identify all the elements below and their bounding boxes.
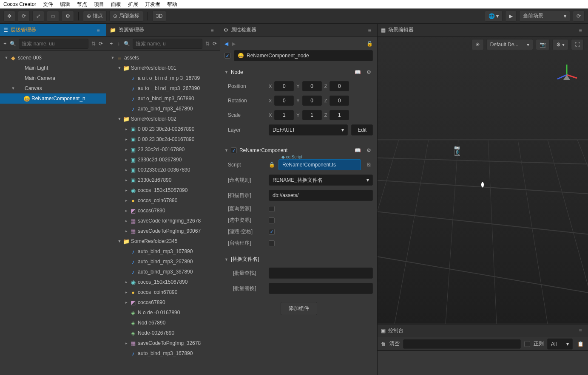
web-preview-button[interactable]: 🌐 ▾	[485, 11, 503, 22]
refresh-button[interactable]: ⟳	[99, 39, 103, 48]
tree-item[interactable]: ♪auto_bind_mp3_167890	[106, 348, 220, 358]
add-button[interactable]: +	[109, 39, 114, 48]
trim-checkbox[interactable]	[269, 229, 275, 235]
tree-item[interactable]: ▸◩cocos67890	[106, 206, 220, 216]
tree-item[interactable]: ♪auto_bind_mp3_267890	[106, 257, 220, 267]
refresh-button[interactable]: ⟳	[213, 39, 218, 48]
reload-button[interactable]: ⟳	[573, 11, 585, 22]
tree-arrow-icon[interactable]: ▸	[123, 341, 129, 345]
rule-select[interactable]: RENAME_替换文件名▾	[269, 175, 373, 186]
tree-item[interactable]: ▸▦saveCodeToPngImg_32678	[106, 338, 220, 348]
light-button[interactable]: ☀	[472, 39, 484, 50]
tree-item[interactable]: ▸◉cocos_150x15067890	[106, 277, 220, 287]
scale-tool-button[interactable]: ⤢	[32, 11, 44, 22]
replace-section-header[interactable]: ▼ [替换文件名]	[224, 253, 373, 265]
tree-item[interactable]: ▼📁SomeResfolder2345	[106, 236, 220, 246]
anchor-button[interactable]: ⊕锚点	[83, 11, 107, 22]
tree-arrow-icon[interactable]: ▸	[123, 209, 129, 213]
tree-arrow-icon[interactable]: ▼	[116, 66, 122, 70]
assets-search-input[interactable]	[133, 39, 202, 49]
move-tool-button[interactable]: ✥	[3, 11, 15, 22]
tree-item[interactable]: ▸◩cocos67890	[106, 297, 220, 307]
link-icon[interactable]: ⎘	[364, 161, 373, 169]
tree-arrow-icon[interactable]: ▸	[123, 137, 129, 141]
rot-x-input[interactable]	[274, 96, 294, 106]
rot-y-input[interactable]	[302, 96, 322, 106]
help-icon[interactable]: 📖	[353, 146, 362, 155]
settings-tool-button[interactable]: ⚙	[62, 11, 74, 22]
menu-file[interactable]: 文件	[43, 1, 53, 8]
tree-arrow-icon[interactable]: ▸	[123, 300, 129, 305]
tree-arrow-icon[interactable]: ▸	[123, 168, 129, 172]
pos-y-input[interactable]	[302, 81, 322, 91]
tree-item[interactable]: ◈N o de -0 0167890	[106, 307, 220, 318]
edit-layer-button[interactable]: Edit	[351, 124, 373, 135]
scl-y-input[interactable]	[302, 110, 322, 120]
tree-arrow-icon[interactable]: ▸	[123, 198, 129, 203]
scan-input[interactable]	[269, 190, 373, 201]
scene-view[interactable]: ☀ Default De...▾ 📷 ⚙ ▾ ⛶	[378, 37, 588, 324]
menu-node[interactable]: 节点	[77, 1, 87, 8]
gear-button[interactable]: ⚙ ▾	[552, 39, 568, 50]
tree-item[interactable]: ▸▣0 00 23 30c2d-00267890	[106, 124, 220, 134]
hierarchy-search-input[interactable]	[19, 39, 88, 49]
collapse-button[interactable]: ⇅	[205, 39, 210, 48]
search-icon[interactable]: 🔍	[10, 39, 16, 48]
tree-item[interactable]: ◈Node-00267890	[106, 328, 220, 338]
node-section-header[interactable]: ▼ Node 📖 ⚙	[224, 65, 373, 79]
tree-item[interactable]: ▼📁SomeResfolder-002	[106, 114, 220, 124]
camera-button[interactable]: 📷	[536, 39, 550, 50]
scl-x-input[interactable]	[274, 110, 294, 120]
query-checkbox[interactable]	[269, 206, 275, 212]
search-icon[interactable]: 🔍	[124, 39, 130, 48]
tree-arrow-icon[interactable]: ▼	[3, 56, 9, 60]
level-select[interactable]: All▾	[547, 338, 573, 350]
tree-arrow-icon[interactable]: ▸	[123, 229, 129, 233]
tree-arrow-icon[interactable]: ▼	[10, 86, 16, 90]
tree-arrow-icon[interactable]: ▸	[123, 219, 129, 223]
menu-extension[interactable]: 扩展	[128, 1, 138, 8]
tree-arrow-icon[interactable]: ▸	[123, 158, 129, 162]
tree-item[interactable]: ▸●cocos_coin67890	[106, 195, 220, 206]
tree-arrow-icon[interactable]: ▼	[116, 239, 122, 243]
batch-find-input[interactable]	[269, 268, 373, 279]
menu-icon[interactable]: ≡	[576, 26, 585, 34]
tree-arrow-icon[interactable]: ▼	[110, 56, 116, 60]
tree-item[interactable]: ▸●cocos_coin67890	[106, 287, 220, 297]
clear-label[interactable]: 清空	[389, 340, 400, 347]
batch-replace-input[interactable]	[269, 283, 373, 294]
tree-item[interactable]: ▸▣2330c2d-00267890	[106, 155, 220, 165]
tree-item[interactable]: ▸▦saveCodeToPngImg_90067	[106, 226, 220, 236]
tree-item[interactable]: ♪auto_bind_mp3_367890	[106, 267, 220, 277]
menu-icon[interactable]: ≡	[576, 327, 585, 335]
tree-item[interactable]: ▼≡assets	[106, 53, 220, 63]
expand-button[interactable]: ⛶	[571, 39, 584, 50]
add-button[interactable]: +	[3, 39, 7, 48]
tree-item[interactable]: ▼Canvas	[0, 83, 106, 93]
sel-checkbox[interactable]	[269, 217, 275, 223]
menu-icon[interactable]: ≡	[208, 26, 216, 34]
gear-icon[interactable]: ⚙	[364, 146, 373, 155]
tree-item[interactable]: ▸▣0002330c2d-00367890	[106, 165, 220, 175]
play-button[interactable]: ▶	[505, 11, 517, 22]
node-name-input[interactable]: 😄 ReNamerComponent_node	[234, 50, 373, 61]
coord-button[interactable]: ⊙局部坐标	[109, 11, 143, 22]
help-icon[interactable]: 📖	[353, 68, 362, 76]
tree-item[interactable]: Main Camera	[0, 73, 106, 83]
nav-forward-button[interactable]: ▶	[232, 41, 236, 47]
tree-item[interactable]: ▸▦saveCodeToPngImg_32678	[106, 216, 220, 226]
tree-item[interactable]: ♪au to _ bi nd_ mp3_267890	[106, 83, 220, 93]
layer-select[interactable]: DEFAULT▾	[269, 124, 348, 135]
menu-developer[interactable]: 开发者	[145, 1, 160, 8]
menu-project[interactable]: 项目	[94, 1, 104, 8]
tree-arrow-icon[interactable]: ▸	[123, 280, 129, 284]
tree-item[interactable]: ◈Nod e67890	[106, 318, 220, 328]
tree-arrow-icon[interactable]: ▸	[123, 178, 129, 182]
tree-arrow-icon[interactable]: ▸	[123, 127, 129, 131]
scene-dropdown[interactable]: 当前场景▾	[519, 11, 570, 22]
regex-checkbox[interactable]	[524, 341, 530, 347]
3d-button[interactable]: 3D	[152, 11, 166, 22]
view-gizmo[interactable]	[554, 62, 579, 87]
rect-tool-button[interactable]: ▭	[47, 11, 59, 22]
node-enabled-checkbox[interactable]	[224, 53, 230, 59]
